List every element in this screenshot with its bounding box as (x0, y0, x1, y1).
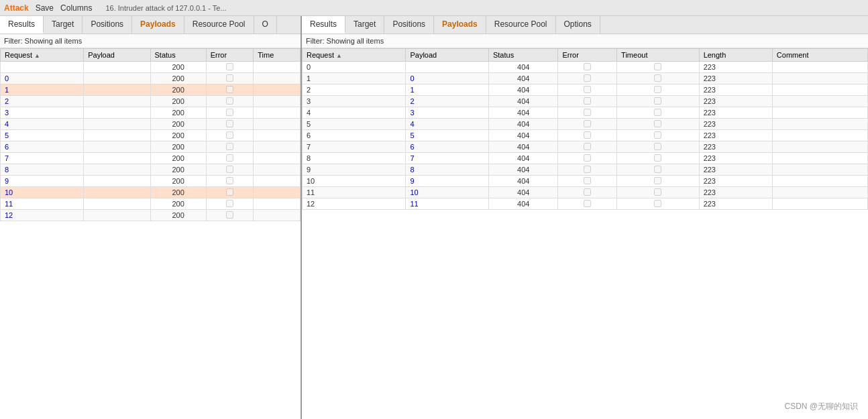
left-tab-positions[interactable]: Positions (83, 16, 132, 34)
left-cell-request: 3 (1, 107, 84, 119)
left-cell-request: 10 (1, 187, 84, 198)
left-error-checkbox (226, 120, 233, 127)
right-tab-options[interactable]: Options (556, 16, 600, 34)
right-cell-request: 0 (303, 62, 406, 73)
right-cell-request: 8 (303, 153, 406, 164)
left-tab-target[interactable]: Target (44, 16, 83, 34)
right-cell-timeout (617, 164, 700, 176)
right-timeout-checkbox (654, 131, 661, 139)
left-error-checkbox (226, 166, 233, 173)
left-cell-status: 200 (150, 84, 206, 96)
right-table-row[interactable]: 54404223 (303, 119, 868, 130)
left-cell-error (206, 107, 254, 119)
top-bar: Attack Save Columns 16. Intruder attack … (0, 0, 868, 16)
right-table-row[interactable]: 43404223 (303, 107, 868, 119)
right-col-timeout[interactable]: Timeout (617, 49, 700, 62)
right-cell-payload: 5 (406, 130, 489, 141)
left-table-row[interactable]: 2200 (1, 96, 301, 107)
left-cell-payload (84, 164, 150, 176)
right-table-row[interactable]: 76404223 (303, 141, 868, 153)
right-col-comment[interactable]: Comment (772, 49, 867, 62)
left-table-row[interactable]: 200 (1, 62, 301, 73)
right-tab-payloads[interactable]: Payloads (434, 16, 486, 34)
right-table-row[interactable]: 109404223 (303, 176, 868, 187)
left-table-row[interactable]: 10200 (1, 187, 301, 198)
right-cell-error (558, 119, 617, 130)
save-button[interactable]: Save (36, 3, 54, 13)
right-table-row[interactable]: 32404223 (303, 96, 868, 107)
left-table-row[interactable]: 12200 (1, 210, 301, 221)
left-cell-status: 200 (150, 176, 206, 187)
right-col-status[interactable]: Status (488, 49, 557, 62)
right-table-row[interactable]: 21404223 (303, 84, 868, 96)
right-table-row[interactable]: 0404223 (303, 62, 868, 73)
left-col-payload[interactable]: Payload (84, 49, 150, 62)
right-cell-payload: 10 (406, 187, 489, 198)
right-cell-payload: 6 (406, 141, 489, 153)
right-cell-error (558, 96, 617, 107)
right-error-checkbox (584, 166, 591, 173)
left-tab-options[interactable]: O (254, 16, 277, 34)
right-table-row[interactable]: 10404223 (303, 73, 868, 84)
right-col-error[interactable]: Error (558, 49, 617, 62)
left-tab-results[interactable]: Results (0, 16, 44, 34)
left-table-row[interactable]: 8200 (1, 164, 301, 176)
right-timeout-checkbox (654, 200, 661, 207)
right-cell-length: 223 (699, 141, 772, 153)
left-col-error[interactable]: Error (206, 49, 254, 62)
attack-button[interactable]: Attack (4, 3, 29, 13)
left-table-row[interactable]: 11200 (1, 198, 301, 210)
left-tab-resource-pool[interactable]: Resource Pool (184, 16, 254, 34)
right-panel: Results Target Positions Payloads Resour… (302, 16, 868, 419)
columns-button[interactable]: Columns (60, 3, 92, 13)
right-table-row[interactable]: 98404223 (303, 164, 868, 176)
left-cell-error (206, 198, 254, 210)
left-error-checkbox (226, 211, 233, 219)
right-col-payload[interactable]: Payload (406, 49, 489, 62)
left-cell-time (254, 62, 301, 73)
right-tab-resource-pool[interactable]: Resource Pool (486, 16, 556, 34)
left-cell-error (206, 62, 254, 73)
right-cell-request: 11 (303, 187, 406, 198)
left-table: Request ▲ Payload Status Error Time 2000… (0, 48, 301, 221)
left-table-row[interactable]: 3200 (1, 107, 301, 119)
left-table-row[interactable]: 0200 (1, 73, 301, 84)
right-cell-length: 223 (699, 198, 772, 210)
right-cell-timeout (617, 84, 700, 96)
right-table-row[interactable]: 87404223 (303, 153, 868, 164)
left-cell-payload (84, 141, 150, 153)
right-cell-timeout (617, 107, 700, 119)
left-tab-payloads[interactable]: Payloads (132, 16, 184, 34)
left-table-row[interactable]: 1200 (1, 84, 301, 96)
left-col-request[interactable]: Request ▲ (1, 49, 84, 62)
left-table-row[interactable]: 7200 (1, 153, 301, 164)
right-tab-positions[interactable]: Positions (384, 16, 434, 34)
left-error-checkbox (226, 74, 233, 82)
left-cell-status: 200 (150, 130, 206, 141)
right-cell-comment (772, 187, 867, 198)
right-error-checkbox (584, 200, 591, 207)
right-cell-comment (772, 176, 867, 187)
right-tab-results[interactable]: Results (302, 16, 345, 34)
right-col-request[interactable]: Request ▲ (303, 49, 406, 62)
right-table-row[interactable]: 1110404223 (303, 187, 868, 198)
right-col-length[interactable]: Length (699, 49, 772, 62)
left-col-status[interactable]: Status (150, 49, 206, 62)
left-col-time[interactable]: Time (254, 49, 301, 62)
left-cell-status: 200 (150, 141, 206, 153)
right-error-checkbox (584, 97, 591, 105)
right-table-row[interactable]: 65404223 (303, 130, 868, 141)
right-table-row[interactable]: 1211404223 (303, 198, 868, 210)
left-results-table[interactable]: Request ▲ Payload Status Error Time 2000… (0, 48, 301, 419)
right-cell-status: 404 (488, 84, 557, 96)
left-table-row[interactable]: 4200 (1, 119, 301, 130)
right-results-table[interactable]: Request ▲ Payload Status Error Timeout L… (302, 48, 868, 419)
right-tab-target[interactable]: Target (345, 16, 384, 34)
left-cell-time (254, 164, 301, 176)
left-table-row[interactable]: 6200 (1, 141, 301, 153)
right-timeout-checkbox (654, 188, 661, 196)
right-cell-length: 223 (699, 107, 772, 119)
left-table-row[interactable]: 5200 (1, 130, 301, 141)
left-table-row[interactable]: 9200 (1, 176, 301, 187)
left-error-checkbox (226, 86, 233, 93)
